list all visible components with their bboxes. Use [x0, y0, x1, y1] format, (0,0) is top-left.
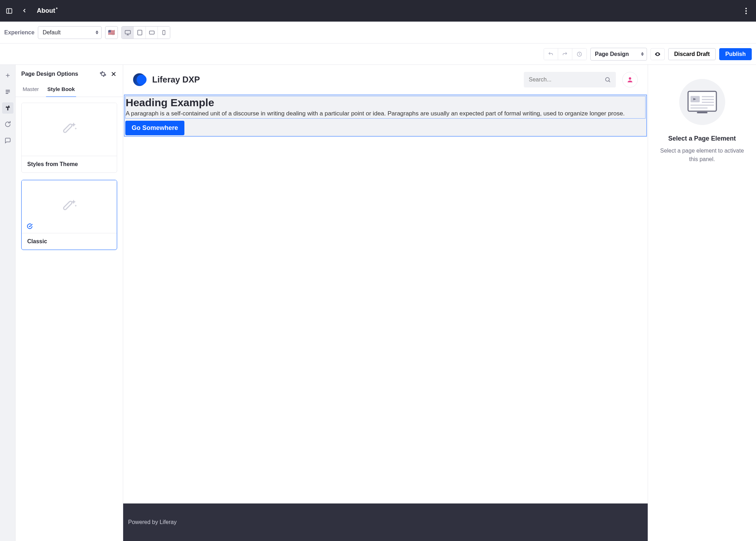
card-styles-from-theme[interactable]: Styles from Theme [21, 103, 117, 173]
site-title: Liferay DXP [152, 75, 200, 85]
chevron-updown-icon [641, 52, 644, 56]
rail-design-button[interactable] [2, 102, 13, 114]
chevron-updown-icon [96, 30, 98, 34]
check-icon [27, 223, 33, 229]
tab-stylebook[interactable]: Style Book [46, 83, 76, 97]
card-thumbnail [22, 180, 117, 233]
svg-rect-11 [6, 90, 10, 91]
sidebar-toggle-icon[interactable] [6, 7, 13, 15]
rail-browser-button[interactable] [2, 86, 13, 97]
discard-draft-button[interactable]: Discard Draft [668, 48, 716, 60]
svg-rect-6 [149, 31, 154, 34]
back-icon[interactable] [21, 7, 28, 15]
svg-rect-12 [6, 91, 10, 92]
top-header: About [0, 0, 756, 22]
device-desktop-button[interactable] [122, 27, 134, 39]
tab-master[interactable]: Master [21, 83, 40, 97]
paragraph[interactable]: A paragraph is a self-contained unit of … [126, 109, 645, 118]
wand-icon [58, 195, 81, 218]
right-panel-title: Select a Page Element [668, 135, 736, 142]
history-button[interactable] [572, 49, 586, 60]
right-panel: Select a Page Element Select a page elem… [648, 65, 756, 541]
experience-select[interactable]: Default [38, 26, 102, 39]
mode-value: Page Design [595, 51, 629, 57]
site-footer: Powered by Liferay [123, 503, 648, 541]
user-icon [626, 76, 634, 83]
svg-rect-16 [63, 123, 73, 133]
svg-line-19 [609, 81, 610, 82]
card-label: Classic [22, 233, 117, 250]
publish-button[interactable]: Publish [719, 48, 752, 60]
wand-icon [58, 118, 81, 141]
search-input[interactable] [529, 76, 605, 83]
rail-comments-button[interactable] [2, 135, 13, 146]
site-header: Liferay DXP [123, 65, 648, 95]
svg-rect-7 [163, 30, 165, 35]
rail-mapping-button[interactable] [2, 119, 13, 130]
experience-value: Default [42, 29, 61, 36]
stylebook-cards: Styles from Theme Classic [16, 97, 123, 256]
right-panel-subtitle: Select a page element to activate this p… [657, 147, 748, 164]
main-layout: Page Design Options Master Style Book [0, 65, 756, 541]
placeholder-graphic [679, 79, 725, 125]
svg-point-18 [606, 78, 609, 81]
heading[interactable]: Heading Example [126, 97, 645, 109]
card-thumbnail [22, 103, 117, 156]
svg-rect-17 [63, 200, 73, 210]
left-rail [0, 65, 16, 541]
mode-select[interactable]: Page Design [590, 48, 647, 61]
canvas: Liferay DXP Heading Example A paragraph … [123, 65, 648, 541]
experience-label: Experience [4, 29, 34, 36]
search-icon [605, 76, 611, 83]
experience-bar: Experience Default 🇺🇸 [0, 22, 756, 44]
side-panel: Page Design Options Master Style Book [16, 65, 123, 541]
svg-rect-5 [138, 30, 142, 35]
flag-icon: 🇺🇸 [108, 29, 115, 36]
locale-button[interactable]: 🇺🇸 [105, 26, 118, 39]
footer-text: Powered by Liferay [128, 519, 177, 525]
svg-rect-29 [697, 112, 708, 113]
card-label: Styles from Theme [22, 156, 117, 172]
preview-button[interactable] [651, 48, 665, 60]
side-panel-header: Page Design Options [16, 65, 123, 83]
more-menu-icon[interactable] [742, 7, 750, 15]
side-panel-title: Page Design Options [21, 71, 96, 77]
canvas-inner: Liferay DXP Heading Example A paragraph … [123, 65, 648, 541]
side-panel-tabs: Master Style Book [16, 83, 123, 97]
redo-button[interactable] [558, 49, 572, 60]
device-preview-group [121, 26, 170, 39]
cta-button[interactable]: Go Somewhere [125, 121, 184, 135]
device-tablet-button[interactable] [134, 27, 146, 39]
user-avatar[interactable] [622, 72, 638, 87]
svg-rect-0 [7, 8, 12, 13]
site-logo [133, 73, 146, 86]
svg-point-20 [629, 77, 631, 80]
svg-rect-13 [6, 93, 8, 94]
page-title: About [37, 7, 57, 15]
selected-fragment[interactable]: Heading Example A paragraph is a self-co… [124, 95, 647, 137]
undo-button[interactable] [544, 49, 558, 60]
card-classic[interactable]: Classic [21, 180, 117, 250]
svg-rect-2 [125, 30, 130, 34]
toolbar-bar: Page Design Discard Draft Publish [0, 44, 756, 65]
browser-icon [686, 90, 718, 114]
rail-add-button[interactable] [2, 70, 13, 81]
history-group [544, 48, 587, 60]
close-icon[interactable] [110, 70, 117, 78]
gear-icon[interactable] [99, 70, 107, 78]
device-landscape-button[interactable] [146, 27, 158, 39]
site-search[interactable] [524, 72, 616, 87]
device-mobile-button[interactable] [158, 27, 170, 39]
